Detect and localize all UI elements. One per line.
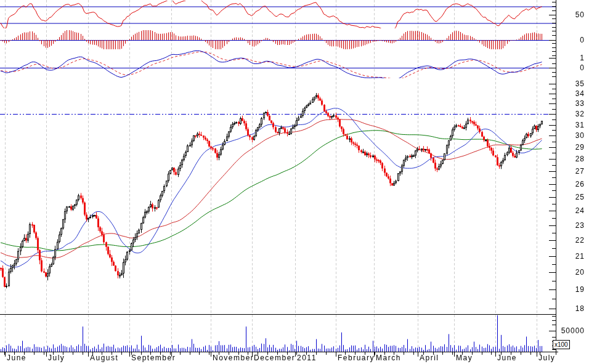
price-axis-label: 23 <box>575 221 585 230</box>
price-axis-label: 22 <box>575 236 585 245</box>
macd-axis-label: 0 <box>580 63 585 72</box>
macd-axis-label: 1 <box>580 54 585 62</box>
month-label: May <box>456 354 473 362</box>
month-label: November <box>213 354 254 362</box>
price-axis-label: 34 <box>575 89 585 98</box>
price-axis-label: 18 <box>575 304 585 313</box>
volume-axis-label: 50000 <box>561 326 585 335</box>
price-axis-label: 32 <box>575 110 585 118</box>
price-axis-label: 31 <box>575 121 585 129</box>
price-axis-label: 35 <box>575 79 585 88</box>
month-label: August <box>90 354 118 362</box>
chart-window: 5001035343332313029282726252423222120191… <box>0 0 589 364</box>
price-axis-label: 20 <box>575 268 585 277</box>
price-axis-label: 28 <box>575 155 585 163</box>
month-label: September <box>131 354 176 362</box>
hist-axis-label: 0 <box>580 36 585 44</box>
price-axis-label: 25 <box>575 193 585 201</box>
month-label: December <box>254 354 295 362</box>
volume-scale-badge: x100 <box>553 340 570 349</box>
price-axis-label: 33 <box>575 99 585 108</box>
month-label: March <box>376 354 401 362</box>
price-axis-label: 24 <box>575 206 585 215</box>
price-axis-label: 29 <box>575 143 585 152</box>
month-label: July <box>48 354 65 362</box>
price-axis-label: 19 <box>575 285 585 294</box>
price-chart-canvas[interactable] <box>0 0 589 364</box>
price-axis-label: 27 <box>575 167 585 176</box>
month-label: February <box>338 354 375 362</box>
month-label: July <box>538 354 555 362</box>
month-label: April <box>420 354 439 362</box>
price-axis-label: 26 <box>575 180 585 188</box>
rsi-axis-label: 50 <box>575 10 585 19</box>
month-label: June <box>497 354 517 362</box>
price-axis-label: 30 <box>575 131 585 140</box>
price-axis-label: 21 <box>575 252 585 261</box>
month-label: June <box>7 354 26 362</box>
month-label: 2011 <box>297 354 317 362</box>
